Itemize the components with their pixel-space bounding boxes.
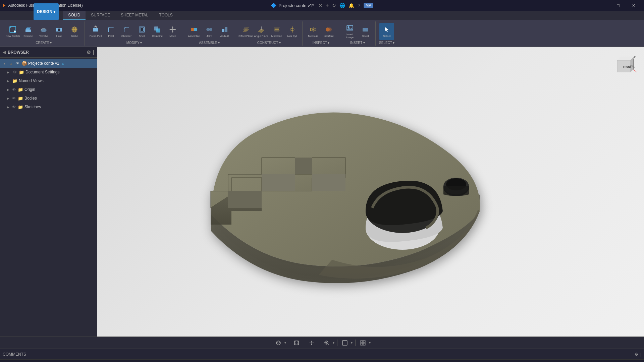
svg-rect-25 xyxy=(225,27,227,32)
sep1 xyxy=(289,340,289,346)
display-dropdown[interactable]: ▾ xyxy=(351,341,353,345)
tree-sketches[interactable]: ▶ 👁 📁 Sketches xyxy=(4,103,97,111)
svg-point-23 xyxy=(209,28,212,31)
select-btn[interactable]: Select xyxy=(379,23,394,40)
asbuilt-btn[interactable]: As-built xyxy=(217,23,232,40)
revolve-btn[interactable]: Revolve xyxy=(36,23,51,40)
collapse-browser-btn[interactable]: ◀ xyxy=(3,50,6,55)
extrude-label: Extrude xyxy=(23,35,33,38)
sep5 xyxy=(355,340,356,346)
window-controls: — □ ✕ xyxy=(595,0,641,11)
tree-origin[interactable]: ▶ 👁 📁 Origin xyxy=(4,85,97,94)
tree-label-named-views: Named Views xyxy=(19,78,44,83)
tree-label-settings: Document Settings xyxy=(25,70,59,74)
measure-btn[interactable]: Measure xyxy=(306,23,321,40)
browser-tree: ▼ ⊿ 👁 📦 Projecte conte v1 ⌂ ▶ ⚙ 📁 Docume… xyxy=(0,58,97,337)
eye-root[interactable]: 👁 xyxy=(15,61,20,66)
settings-icon: ⚙ xyxy=(12,69,17,75)
globe-btn[interactable]: Globe xyxy=(67,23,82,40)
create-items: New Sketch Extrude Revolve xyxy=(5,23,82,40)
title-bar: F Autodesk Fusion 360 (Education License… xyxy=(0,0,644,11)
design-dropdown[interactable]: DESIGN ▾ xyxy=(34,3,59,20)
browser-settings-btn[interactable]: ⚙ xyxy=(87,50,91,55)
svg-marker-26 xyxy=(243,29,249,32)
axis-btn[interactable]: Axis Cyl. xyxy=(285,23,300,40)
close-btn[interactable]: ✕ xyxy=(626,0,641,11)
shell-btn[interactable]: Shell xyxy=(135,23,149,40)
close-doc-btn[interactable]: ✕ xyxy=(319,3,322,8)
tab-sheet-metal[interactable]: SHEET METAL xyxy=(115,11,154,20)
svg-point-44 xyxy=(328,27,332,32)
eye-bodies[interactable]: 👁 xyxy=(12,96,16,100)
orbit-btn[interactable] xyxy=(274,338,283,348)
assemble-component-btn[interactable]: Assemble xyxy=(186,23,201,40)
zoom-dropdown[interactable]: ▾ xyxy=(333,341,334,345)
tree-root[interactable]: ▼ ⊿ 👁 📦 Projecte conte v1 ⌂ xyxy=(0,59,97,68)
grid-btn[interactable] xyxy=(358,338,368,348)
browser-header: ◀ BROWSER ⚙ | xyxy=(0,47,97,58)
tab-tools[interactable]: TOOLS xyxy=(154,11,178,20)
help-btn[interactable]: ? xyxy=(358,3,360,8)
svg-rect-73 xyxy=(342,341,347,345)
browser-pin-btn[interactable]: | xyxy=(93,50,94,55)
viewport[interactable]: FRONT RIGHT Z X xyxy=(97,47,644,337)
svg-rect-16 xyxy=(140,28,144,31)
tab-surface[interactable]: SURFACE xyxy=(86,11,115,20)
construct-btn2[interactable]: Angle Plane xyxy=(254,23,269,40)
insert-image-btn[interactable]: Insert Image xyxy=(342,23,357,40)
decal-btn[interactable]: Decal xyxy=(358,23,373,40)
pan-btn[interactable] xyxy=(307,338,316,348)
minimize-btn[interactable]: — xyxy=(595,0,610,11)
sketches-folder-icon: 📁 xyxy=(18,105,23,110)
eye-sketches[interactable]: 👁 xyxy=(12,105,16,109)
main-area: ◀ BROWSER ⚙ | ▼ ⊿ 👁 📦 Projecte conte v1 … xyxy=(0,47,644,337)
eye-origin[interactable]: 👁 xyxy=(12,87,16,92)
fillet-btn[interactable]: Fillet xyxy=(104,23,118,40)
modify-label: MODIFY ▾ xyxy=(126,41,142,45)
new-tab-btn[interactable]: + xyxy=(326,2,329,8)
bodies-folder-icon: 📁 xyxy=(18,96,23,101)
tree-bodies[interactable]: ▶ 👁 📁 Bodies xyxy=(4,94,97,103)
interference-btn[interactable]: Interfere xyxy=(321,23,336,40)
offset-plane-btn[interactable]: Offset Plane xyxy=(238,23,253,40)
svg-rect-5 xyxy=(25,29,31,32)
svg-rect-74 xyxy=(361,341,363,343)
fit-btn[interactable] xyxy=(292,338,301,348)
tree-arrow-root: ▼ xyxy=(3,62,7,65)
tab-solid[interactable]: SOLID xyxy=(63,11,86,20)
group-modify: Press Pull Fillet Chamfer Shell xyxy=(86,21,183,46)
tree-doc-settings[interactable]: ▶ ⚙ 📁 Document Settings xyxy=(4,68,97,76)
inspect-items: Measure Interfere xyxy=(306,23,336,40)
midplane-btn[interactable]: Midplane xyxy=(269,23,284,40)
refresh-btn[interactable]: ↻ xyxy=(332,3,336,8)
joint-btn[interactable]: Joint xyxy=(202,23,217,40)
notify-btn[interactable]: 🔔 xyxy=(348,3,354,8)
viewcube[interactable]: FRONT RIGHT Z X xyxy=(610,54,637,80)
combine-btn[interactable]: Combine xyxy=(150,23,165,40)
tree-named-views[interactable]: ▶ 📁 Named Views xyxy=(4,76,97,85)
zoom-btn[interactable] xyxy=(322,338,331,348)
press-pull-btn[interactable]: Press Pull xyxy=(88,23,103,40)
extrude-btn[interactable]: Extrude xyxy=(21,23,36,40)
orbit-dropdown[interactable]: ▾ xyxy=(284,341,286,345)
display-mode-btn[interactable] xyxy=(340,338,350,348)
app-icon: F xyxy=(3,3,6,8)
construct-items: Offset Plane Angle Plane Midplane xyxy=(238,23,300,40)
ribbon-tabs: DESIGN ▾ SOLID SURFACE SHEET METAL TOOLS xyxy=(0,11,644,20)
grid-dropdown[interactable]: ▾ xyxy=(369,341,371,345)
user-btn[interactable]: MP xyxy=(364,3,373,8)
svg-text:FRONT: FRONT xyxy=(623,66,632,68)
move-btn[interactable]: Move xyxy=(165,23,180,40)
comments-pin[interactable]: | xyxy=(640,352,641,357)
global-btn[interactable]: 🌐 xyxy=(339,3,345,8)
new-sketch-btn[interactable]: New Sketch xyxy=(5,23,20,40)
svg-marker-27 xyxy=(243,27,249,29)
svg-rect-24 xyxy=(222,29,224,32)
comments-settings[interactable]: ⚙ xyxy=(635,352,638,357)
maximize-btn[interactable]: □ xyxy=(610,0,626,11)
svg-marker-6 xyxy=(25,27,31,29)
hole-btn[interactable]: Hole xyxy=(52,23,66,40)
svg-point-9 xyxy=(58,28,60,31)
home-btn[interactable]: ⌂ xyxy=(62,61,64,65)
chamfer-btn[interactable]: Chamfer xyxy=(119,23,134,40)
